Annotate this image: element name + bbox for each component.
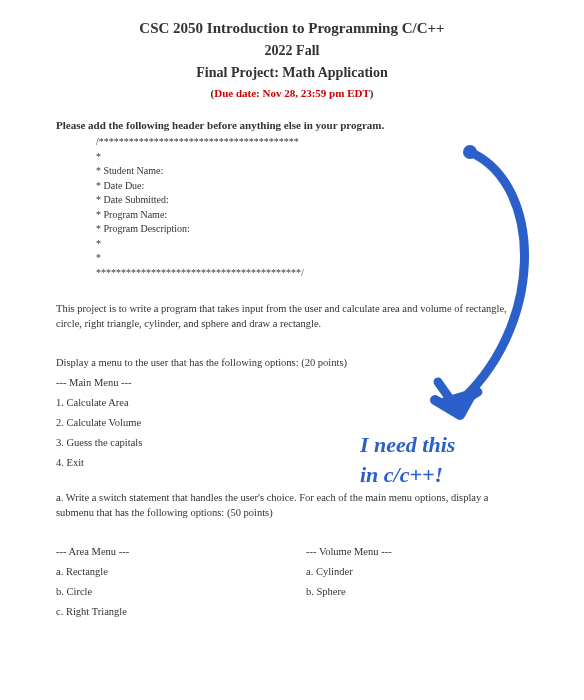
submenu-row: b. Circle b. Sphere [56, 582, 528, 602]
document-page: CSC 2050 Introduction to Programming C/C… [0, 0, 584, 700]
main-menu-item: 2. Calculate Volume [56, 413, 528, 433]
due-date-text: Due date: Nov 28, 23:59 pm EDT [214, 87, 370, 99]
submenu-intro: a. Write a switch statement that handles… [56, 491, 528, 520]
area-menu-item: a. Rectangle [56, 562, 306, 582]
main-menu-item: 1. Calculate Area [56, 393, 528, 413]
project-title: Final Project: Math Application [56, 65, 528, 81]
area-menu-title: --- Area Menu --- [56, 542, 306, 562]
volume-menu-title: --- Volume Menu --- [306, 542, 556, 562]
submenu-titles: --- Area Menu --- --- Volume Menu --- [56, 542, 528, 562]
volume-menu-item: a. Cylinder [306, 562, 556, 582]
code-header-block: /***************************************… [96, 135, 528, 280]
volume-menu-item: b. Sphere [306, 582, 556, 602]
main-menu-title: --- Main Menu --- [56, 373, 528, 393]
header-instruction: Please add the following header before a… [56, 119, 528, 131]
area-menu-item: c. Right Triangle [56, 602, 306, 622]
main-menu-item: 4. Exit [56, 453, 528, 473]
due-date-line: (Due date: Nov 28, 23:59 pm EDT) [56, 87, 528, 99]
submenu-row: c. Right Triangle [56, 602, 528, 622]
menu-intro: Display a menu to the user that has the … [56, 353, 528, 373]
main-menu-item: 3. Guess the capitals [56, 433, 528, 453]
area-menu-item: b. Circle [56, 582, 306, 602]
project-description: This project is to write a program that … [56, 302, 528, 331]
submenu-row: a. Rectangle a. Cylinder [56, 562, 528, 582]
course-title: CSC 2050 Introduction to Programming C/C… [56, 20, 528, 37]
term-title: 2022 Fall [56, 43, 528, 59]
main-menu-block: Display a menu to the user that has the … [56, 353, 528, 473]
